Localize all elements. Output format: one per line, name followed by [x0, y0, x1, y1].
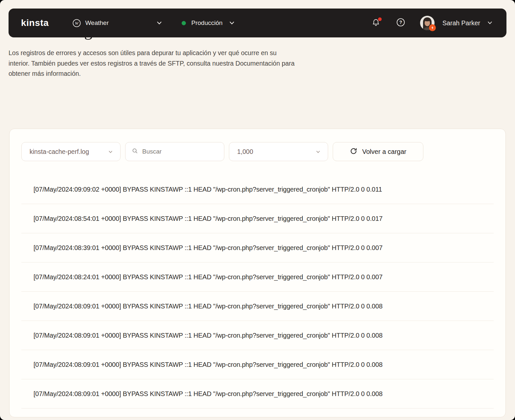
line-count-select-value: 1,000 — [237, 148, 253, 156]
reload-button-label: Volver a cargar — [362, 148, 407, 156]
notifications-button[interactable] — [371, 18, 381, 28]
refresh-icon — [350, 147, 357, 156]
chevron-down-icon — [487, 20, 493, 26]
chevron-down-icon — [156, 20, 163, 26]
page-description: Los registros de errores y accesos son ú… — [9, 48, 515, 79]
log-row: [07/May/2024:08:39:01 +0000] BYPASS KINS… — [21, 233, 494, 262]
user-name: Sarah Parker — [442, 19, 480, 27]
top-navbar: kinsta W Weather Producción — [9, 9, 506, 37]
log-line-text: [07/May/2024:08:24:01 +0000] BYPASS KINS… — [34, 273, 383, 281]
environment-status-dot — [182, 21, 186, 25]
log-line-text: [07/May/2024:08:09:01 +0000] BYPASS KINS… — [34, 361, 383, 368]
search-box — [125, 142, 224, 161]
question-icon: ? — [396, 18, 405, 28]
page-description-line: obtener más información. — [9, 69, 515, 79]
log-line-text: [07/May/2024:08:09:01 +0000] BYPASS KINS… — [34, 303, 383, 310]
reload-button[interactable]: Volver a cargar — [333, 142, 423, 161]
navbar-actions: ? — [371, 16, 493, 30]
notification-badge — [378, 17, 382, 21]
log-file-select[interactable]: kinsta-cache-perf.log — [21, 142, 121, 161]
log-line-text: [07/May/2024:08:39:01 +0000] BYPASS KINS… — [34, 244, 383, 252]
wordpress-icon: W — [73, 19, 81, 27]
log-row: [07/May/2024:08:09:01 +0000] BYPASS KINS… — [21, 321, 494, 350]
log-line-text: [07/May/2024:08:54:01 +0000] BYPASS KINS… — [34, 215, 383, 222]
log-line-text: [07/May/2024:08:09:01 +0000] BYPASS KINS… — [34, 332, 383, 339]
lightning-icon — [429, 24, 436, 31]
environment-label: Producción — [191, 19, 223, 27]
site-switcher-label: Weather — [85, 19, 109, 27]
page-description-line: interior. También puedes ver estos regis… — [9, 58, 515, 69]
chevron-down-icon — [229, 20, 235, 26]
kinsta-logo[interactable]: kinsta — [21, 18, 49, 28]
chevron-down-icon — [316, 149, 321, 154]
log-toolbar: kinsta-cache-perf.log 1,000 — [21, 142, 494, 161]
log-row: [07/May/2024:08:09:01 +0000] BYPASS KINS… — [21, 350, 494, 379]
search-input[interactable] — [142, 148, 217, 155]
log-row: [07/May/2024:09:09:02 +0000] BYPASS KINS… — [21, 175, 494, 204]
search-icon — [132, 148, 138, 155]
svg-text:?: ? — [399, 20, 402, 25]
svg-text:W: W — [75, 20, 79, 25]
page: kinsta W Weather Producción — [0, 0, 515, 420]
chevron-down-icon — [108, 149, 113, 154]
log-line-text: [07/May/2024:08:09:01 +0000] BYPASS KINS… — [34, 390, 383, 398]
line-count-select[interactable]: 1,000 — [229, 142, 328, 161]
environment-switcher-dropdown[interactable]: Producción — [182, 19, 235, 27]
log-line-text: [07/May/2024:09:09:02 +0000] BYPASS KINS… — [34, 186, 382, 193]
log-list: [07/May/2024:09:09:02 +0000] BYPASS KINS… — [21, 175, 494, 409]
log-row: [07/May/2024:08:24:01 +0000] BYPASS KINS… — [21, 262, 494, 292]
avatar — [420, 16, 435, 30]
user-menu[interactable]: Sarah Parker — [420, 16, 493, 30]
site-switcher-dropdown[interactable]: W Weather — [73, 19, 163, 27]
log-viewer-card: kinsta-cache-perf.log 1,000 — [9, 129, 506, 417]
log-row: [07/May/2024:08:09:01 +0000] BYPASS KINS… — [21, 379, 494, 409]
help-button[interactable]: ? — [396, 18, 406, 28]
page-description-line: Los registros de errores y accesos son ú… — [9, 48, 515, 58]
log-row: [07/May/2024:08:09:01 +0000] BYPASS KINS… — [21, 292, 494, 321]
log-row: [07/May/2024:08:54:01 +0000] BYPASS KINS… — [21, 204, 494, 233]
log-file-select-value: kinsta-cache-perf.log — [30, 148, 89, 156]
